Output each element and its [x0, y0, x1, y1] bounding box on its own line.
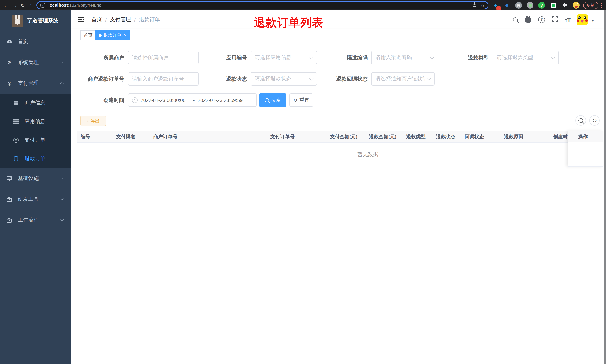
chevron-down-icon [60, 176, 64, 180]
search-icon [579, 118, 583, 123]
sidebar-item-refund-order[interactable]: 退款订单 [0, 149, 71, 168]
table-empty-row: 暂无数据 [77, 143, 603, 167]
reset-button-label: 重置 [300, 97, 309, 103]
create-time-range-picker[interactable]: 2022-01-23 00:00:00 - 2022-01-23 23:59:5… [128, 93, 257, 107]
export-button[interactable]: ↓ 导出 [80, 116, 106, 126]
column-header-refund-amount: 退款金额(元) [365, 131, 403, 143]
hamburger-icon[interactable] [78, 17, 84, 24]
sidebar-item-pay-order[interactable]: ¥ 支付订单 [0, 131, 71, 149]
refresh-button[interactable]: ↻ [589, 115, 600, 126]
chevron-up-icon [60, 82, 64, 86]
refund-status-placeholder: 请选择退款状态 [255, 76, 308, 82]
avatar-cheek [577, 19, 579, 22]
sidebar-item-label: 工作流程 [18, 217, 39, 223]
extension-proxy-icon[interactable] [527, 2, 533, 9]
fullscreen-icon[interactable] [552, 16, 558, 23]
sidebar-item-home[interactable]: 首页 [0, 31, 71, 52]
gear-icon: ⚙ [6, 60, 12, 65]
merchant-field[interactable] [128, 51, 199, 64]
merchant-refund-no-field[interactable] [128, 72, 199, 86]
column-header-pay-order-no: 支付订单号 [267, 131, 326, 143]
column-header-pay-amount: 支付金额(元) [326, 131, 365, 143]
chevron-down-icon [309, 55, 314, 59]
app-select[interactable]: 请选择应用信息 [251, 51, 317, 64]
empty-text: 暂无数据 [133, 143, 603, 167]
shop-icon [13, 101, 19, 105]
sidebar-item-workflow[interactable]: 工作流程 [0, 210, 71, 231]
date-end-value[interactable]: 2022-01-23 23:59:59 [198, 97, 247, 103]
page-scrollbar[interactable] [604, 10, 606, 364]
avatar-mouth [580, 20, 584, 23]
navbar: 首页 / 支付管理 / 退款订单 ? TT [71, 10, 606, 29]
toggle-search-button[interactable] [576, 115, 586, 126]
sidebar-item-infra[interactable]: 基础设施 [0, 168, 71, 189]
breadcrumb-home[interactable]: 首页 [92, 16, 102, 23]
sidebar-item-devtools[interactable]: 研发工具 [0, 189, 71, 210]
document-icon [13, 156, 19, 161]
app-select-placeholder: 请选择应用信息 [255, 54, 308, 61]
header-search-icon[interactable] [513, 17, 518, 22]
extension-kite-icon[interactable]: ◆ [504, 2, 510, 9]
date-start-value[interactable]: 2022-01-23 00:00:00 [141, 97, 190, 103]
extension-yuque-icon[interactable]: y [538, 2, 545, 9]
kite-glyph: ◆ [505, 2, 509, 8]
user-avatar[interactable] [577, 14, 588, 25]
merchant-input[interactable] [132, 55, 195, 61]
home-icon[interactable]: ⌂ [27, 1, 35, 9]
extension-badge: 10 [496, 6, 501, 10]
chevron-down-icon [60, 197, 64, 201]
column-header-id: 编号 [77, 131, 112, 143]
filter-label-merchant-refund-no: 商户退款订单号 [71, 72, 124, 86]
back-icon[interactable]: ← [2, 1, 10, 9]
site-info-icon[interactable]: i [40, 3, 45, 8]
sidebar-logo[interactable]: 芋道管理系统 [0, 10, 71, 31]
help-icon[interactable]: ? [538, 16, 545, 23]
breadcrumb-payment[interactable]: 支付管理 [110, 16, 131, 23]
url-text[interactable]: localhost:1024/pay/refund [48, 3, 102, 8]
avatar-cheek [585, 19, 588, 22]
search-button[interactable]: 搜索 [259, 93, 287, 107]
refund-status-select[interactable]: 请选择退款状态 [251, 72, 317, 86]
column-header-channel: 支付渠道 [112, 131, 150, 143]
sidebar-item-payment[interactable]: ¥ 支付管理 [0, 73, 71, 94]
extension-diamond-icon[interactable]: ◆ 10 [492, 2, 499, 9]
share-icon[interactable] [473, 2, 477, 8]
update-button[interactable]: 更新 [583, 2, 598, 9]
sidebar-item-label: 商户信息 [25, 100, 45, 106]
notify-status-select[interactable]: 请选择通知商户退款结果 [371, 72, 435, 86]
page-title-annotation: 退款订单列表 [254, 15, 323, 30]
app-title: 芋道管理系统 [27, 17, 58, 24]
extension-command-icon[interactable]: ⌘ [515, 2, 522, 9]
channel-select[interactable]: 请输入渠道编码 [371, 51, 437, 64]
reset-button[interactable]: ↺ 重置 [290, 93, 313, 107]
filter-label-refund-type: 退款类型 [435, 51, 489, 64]
coin-yen-icon: ¥ [13, 138, 19, 143]
github-icon[interactable] [525, 16, 531, 23]
tab-refund-order[interactable]: 退款订单 × [95, 30, 130, 40]
filter-label-refund-status: 退款状态 [193, 72, 247, 86]
tab-home[interactable]: 首页 [80, 30, 96, 40]
merchant-refund-no-input[interactable] [132, 76, 195, 82]
bookmark-star-icon[interactable]: ☆ [480, 2, 485, 8]
reload-icon[interactable]: ↻ [19, 1, 27, 9]
sidebar-item-app-info[interactable]: 应用信息 [0, 112, 71, 131]
extension-chat-icon[interactable] [550, 2, 556, 9]
browser-menu-icon[interactable] [601, 3, 602, 8]
refund-table: 编号 支付渠道 商户订单号 支付订单号 支付金额(元) 退款金额(元) 退款类型… [77, 131, 603, 167]
search-icon [265, 98, 269, 102]
tab-label: 退款订单 [104, 32, 121, 39]
filter-label-merchant: 所属商户 [71, 51, 124, 64]
extension-emoji-icon[interactable] [573, 2, 580, 9]
yuque-glyph: y [538, 2, 545, 9]
extension-puzzle-icon[interactable] [561, 2, 568, 9]
font-size-icon[interactable]: TT [565, 16, 571, 23]
proxy-glyph [527, 2, 533, 9]
refund-type-select[interactable]: 请选择退款类型 [493, 51, 559, 64]
avatar-caret-icon[interactable]: ▾ [592, 19, 594, 23]
tags-view-bar: 首页 退款订单 × [71, 29, 606, 42]
url-bar[interactable]: i localhost:1024/pay/refund ☆ [37, 1, 488, 9]
close-icon[interactable]: × [124, 33, 127, 38]
sidebar-item-merchant-info[interactable]: 商户信息 [0, 94, 71, 112]
forward-icon[interactable]: → [10, 1, 19, 9]
sidebar-item-system[interactable]: ⚙ 系统管理 [0, 52, 71, 73]
